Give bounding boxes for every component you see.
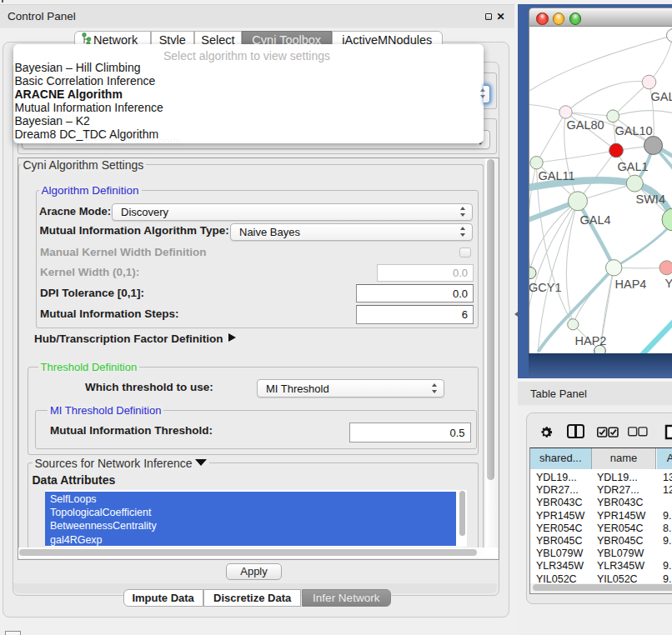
svg-text:HAP4: HAP4: [614, 277, 646, 290]
svg-text:Y: Y: [664, 276, 672, 289]
svg-text:GAL1: GAL1: [617, 159, 648, 172]
svg-text:SWI4: SWI4: [635, 192, 664, 206]
svg-text:GAL80: GAL80: [566, 118, 604, 132]
svg-text:GCY1: GCY1: [529, 280, 562, 293]
svg-text:GAL10: GAL10: [614, 124, 652, 138]
svg-text:HAP2: HAP2: [574, 333, 606, 347]
svg-text:GAL11: GAL11: [538, 169, 574, 182]
svg-text:GAL7: GAL7: [650, 89, 672, 102]
svg-text:GAL4: GAL4: [579, 212, 610, 226]
